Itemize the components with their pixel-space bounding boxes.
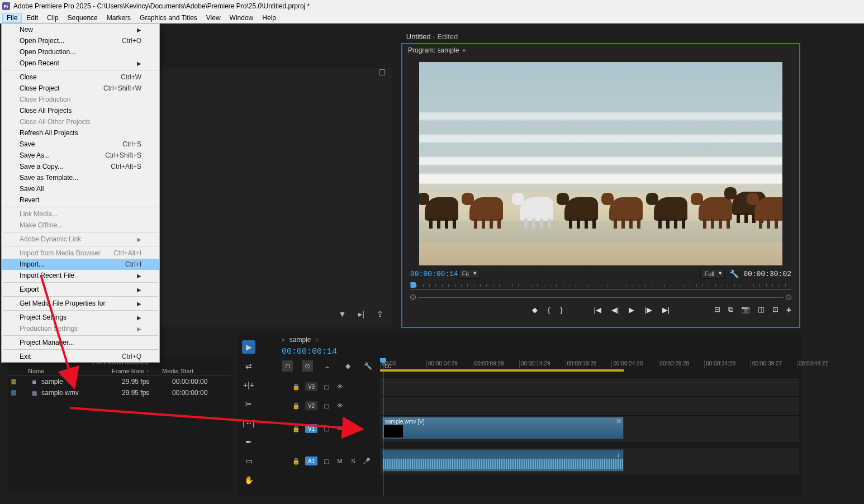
menu-item-open-project[interactable]: Open Project...Ctrl+O [2, 35, 159, 46]
sync-lock-icon[interactable]: ▢ [322, 425, 331, 432]
menu-item-save-as-template[interactable]: Save as Template... [2, 172, 159, 183]
menu-item-import-recent-file[interactable]: Import Recent File▶ [2, 270, 159, 281]
track-label-v1[interactable]: V1 [305, 424, 317, 433]
track-content[interactable]: sample.wmv [V] fx [380, 415, 799, 442]
slip-tool-icon[interactable]: |↔| [242, 416, 255, 430]
track-content[interactable] [380, 396, 799, 415]
menu-item-project-settings[interactable]: Project Settings▶ [2, 312, 159, 323]
add-button-icon[interactable]: + [786, 305, 791, 315]
menu-item-new[interactable]: New▶ [2, 24, 159, 35]
close-tab-icon[interactable]: × [282, 337, 285, 343]
pen-tool-icon[interactable]: ✒ [242, 435, 255, 449]
menu-window[interactable]: Window [225, 13, 258, 23]
menu-item-revert[interactable]: Revert [2, 194, 159, 206]
step-back-icon[interactable]: ◀| [611, 306, 619, 314]
menu-item-open-production[interactable]: Open Production... [2, 46, 159, 58]
rectangle-tool-icon[interactable]: ▭ [242, 454, 255, 468]
filter-icon[interactable]: ▼ [339, 310, 346, 318]
solo-icon[interactable]: S [349, 458, 358, 464]
lock-icon[interactable]: 🔒 [292, 458, 301, 465]
linked-selection-icon[interactable]: ⊙ [302, 360, 313, 372]
lift-icon[interactable]: ⊟ [714, 305, 720, 315]
play-icon[interactable]: ▶ [629, 306, 634, 314]
menu-item-save-a-copy[interactable]: Save a Copy...Ctrl+Alt+S [2, 161, 159, 172]
hand-tool-icon[interactable]: ✋ [242, 473, 255, 487]
sequence-name[interactable]: sample [289, 336, 311, 344]
col-name[interactable]: Name [11, 368, 112, 374]
menu-sequence[interactable]: Sequence [63, 13, 102, 23]
panel-menu-icon[interactable]: ≡ [316, 337, 319, 343]
go-to-out-icon[interactable]: ▶| [662, 306, 670, 314]
menu-clip[interactable]: Clip [42, 13, 63, 23]
menu-item-exit[interactable]: ExitCtrl+Q [2, 351, 159, 362]
lock-icon[interactable]: 🔒 [292, 383, 301, 391]
project-item[interactable]: ≣sample29.95 fps00:00:00:00 [8, 376, 231, 387]
menu-item-save-all[interactable]: Save All [2, 183, 159, 194]
track-content[interactable] [380, 377, 799, 396]
timeline-playhead[interactable] [383, 358, 383, 496]
mark-in-icon[interactable]: { [548, 306, 550, 314]
insert-icon[interactable]: ▸| [358, 310, 364, 318]
menu-edit[interactable]: Edit [22, 13, 42, 23]
marker-icon[interactable]: ◆ [342, 360, 353, 372]
lock-icon[interactable]: 🔒 [292, 425, 301, 432]
program-timecode-current[interactable]: 00:00:00:14 [410, 270, 458, 278]
selection-tool-icon[interactable]: ▶ [242, 340, 255, 354]
panel-menu-icon[interactable]: ≡ [462, 47, 466, 54]
track-label-a1[interactable]: A1 [305, 457, 317, 465]
menu-item-save[interactable]: SaveCtrl+S [2, 139, 159, 150]
menu-item-refresh-all-projects[interactable]: Refresh All Projects [2, 127, 159, 139]
sync-lock-icon[interactable]: ▢ [322, 458, 331, 465]
resolution-select[interactable]: Full [700, 269, 725, 279]
zoom-fit-select[interactable]: Fit [458, 269, 480, 279]
track-content[interactable]: ♪ [380, 448, 799, 474]
sync-lock-icon[interactable]: ▢ [322, 402, 331, 410]
snap-icon[interactable]: ⊓ [282, 360, 293, 372]
go-to-in-icon[interactable]: |◀ [594, 306, 601, 314]
menu-graphics-titles[interactable]: Graphics and Titles [135, 13, 202, 23]
comparison-icon[interactable]: ◫ [758, 305, 765, 315]
safe-margins-icon[interactable]: ⊡ [772, 305, 778, 315]
scrub-handle-left[interactable] [410, 294, 416, 300]
eye-icon[interactable]: 👁 [335, 383, 344, 390]
lock-icon[interactable]: 🔒 [292, 402, 301, 410]
menu-help[interactable]: Help [258, 13, 281, 23]
video-clip[interactable]: sample.wmv [V] fx [382, 417, 624, 439]
timeline-ruler[interactable]: 00:0000:00:04:2900:00:09:2900:00:14:2900… [380, 360, 799, 374]
program-preview[interactable] [419, 62, 782, 265]
menu-item-project-manager[interactable]: Project Manager... [2, 337, 159, 348]
extract-icon[interactable]: ⧉ [728, 305, 733, 315]
menu-markers[interactable]: Markers [102, 13, 135, 23]
project-item[interactable]: ▦sample.wmv29.95 fps00:00:00:00 [8, 387, 231, 398]
mute-icon[interactable]: M [335, 458, 344, 464]
menu-item-get-media-file-properties-for[interactable]: Get Media File Properties for▶ [2, 298, 159, 309]
menu-item-save-as[interactable]: Save As...Ctrl+Shift+S [2, 150, 159, 161]
add-marker-icon[interactable]: ◆ [532, 306, 538, 314]
menu-item-export[interactable]: Export▶ [2, 284, 159, 295]
track-select-tool-icon[interactable]: ⇄ [242, 359, 255, 373]
menu-item-import[interactable]: Import...Ctrl+I [2, 259, 159, 270]
export-icon[interactable]: ⇪ [377, 310, 383, 318]
eye-icon[interactable]: 👁 [335, 402, 344, 409]
menu-item-close-project[interactable]: Close ProjectCtrl+Shift+W [2, 83, 159, 94]
step-forward-icon[interactable]: |▶ [644, 306, 652, 314]
ripple-tool-icon[interactable]: +|+ [242, 378, 255, 392]
add-marker-icon[interactable]: ⫠ [322, 360, 333, 372]
mark-out-icon[interactable]: } [560, 306, 562, 314]
menu-file[interactable]: File [2, 13, 22, 23]
eye-icon[interactable]: 👁 [335, 425, 344, 432]
menu-item-close[interactable]: CloseCtrl+W [2, 72, 159, 83]
scrub-handle-right[interactable] [786, 294, 791, 300]
razor-tool-icon[interactable]: ✂ [242, 397, 255, 411]
settings-icon[interactable]: 🔧 [729, 269, 739, 278]
col-framerate[interactable]: Frame Rate↑ [112, 368, 162, 374]
track-label-v3[interactable]: V3 [305, 382, 317, 391]
settings-icon[interactable]: 🔧 [362, 360, 373, 372]
program-ruler[interactable] [402, 282, 799, 292]
export-frame-icon[interactable]: 📷 [741, 305, 750, 315]
panel-layout-icon[interactable]: ▢ [378, 67, 386, 76]
timeline-timecode[interactable]: 00:00:00:14 [237, 346, 801, 358]
work-area-bar[interactable] [380, 369, 624, 372]
program-scrubber[interactable] [402, 292, 799, 302]
menu-item-open-recent[interactable]: Open Recent▶ [2, 58, 159, 69]
